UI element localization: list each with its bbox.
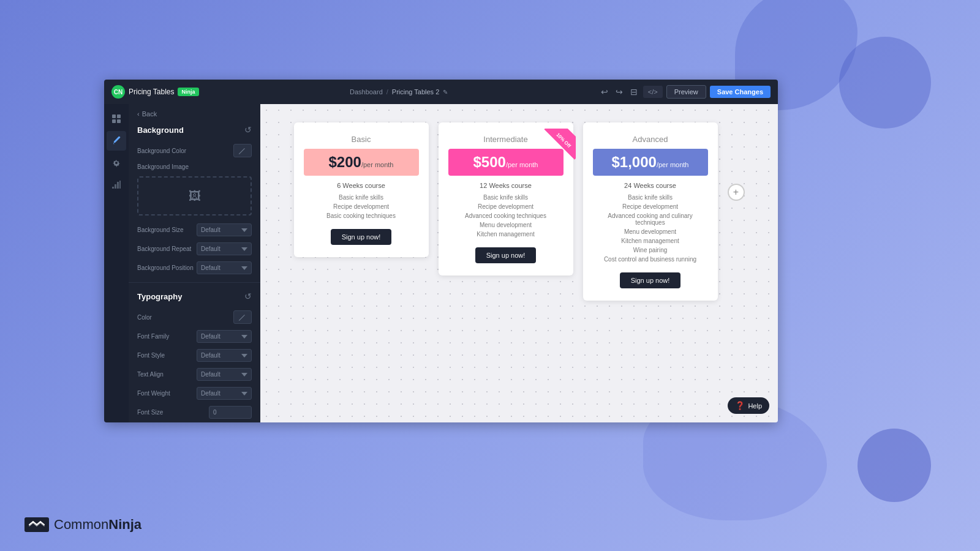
background-title: Background [137, 126, 184, 135]
bg-position-row: Background Position Default [129, 258, 260, 277]
add-column-icon: + [733, 187, 739, 198]
help-button[interactable]: ❓ Help [728, 397, 769, 414]
intermediate-course: 12 Weeks course [448, 182, 564, 189]
basic-price: $200 [329, 154, 361, 170]
advanced-card-name: Advanced [593, 135, 708, 144]
basic-features: Basic knife skills Recipe development Ba… [304, 193, 419, 220]
text-align-row: Text Align Default [129, 365, 260, 384]
pricing-card-advanced: Advanced $1,000/per month 24 Weeks cours… [583, 122, 718, 301]
basic-course: 6 Weeks course [304, 182, 419, 189]
logo-circle: CN [111, 85, 125, 99]
list-item: Basic cooking techniques [304, 211, 419, 220]
advanced-cta-button[interactable]: Sign up now! [620, 272, 681, 288]
breadcrumb-home[interactable]: Dashboard [350, 88, 383, 96]
typography-reset-icon[interactable]: ↺ [244, 291, 252, 301]
main-content: ‹ Back Background ↺ Background Color | B… [104, 104, 778, 422]
sidebar-item-settings[interactable] [107, 153, 126, 173]
basic-price-box: $200/per month [304, 149, 419, 176]
sidebar-item-brush[interactable] [107, 131, 126, 151]
typo-color-swatch[interactable]: | [233, 310, 252, 324]
basic-card-name: Basic [304, 135, 419, 144]
brand-name-light: Common [54, 517, 108, 532]
pricing-card-intermediate-wrapper: 10% Off Intermediate $500/per month 12 W… [439, 122, 573, 276]
back-arrow-icon: ‹ [137, 110, 140, 118]
svg-rect-3 [117, 119, 121, 123]
basic-cta-button[interactable]: Sign up now! [331, 229, 392, 245]
intermediate-features: Basic knife skills Recipe development Ad… [448, 193, 564, 239]
layout-icon: ⊟ [630, 87, 638, 97]
sidebar-item-chart[interactable] [107, 175, 126, 195]
bg-image-upload[interactable]: 🖼 [137, 176, 252, 216]
preview-button[interactable]: Preview [666, 85, 706, 99]
breadcrumb-separator: / [386, 88, 388, 96]
font-size-input-group [209, 406, 252, 419]
typo-color-row: Color | [129, 307, 260, 327]
breadcrumb: Dashboard / Pricing Tables 2 ✎ [204, 88, 594, 96]
brand-logo: CommonNinja [24, 517, 141, 533]
save-button[interactable]: Save Changes [710, 86, 771, 98]
app-window: CN Pricing Tables Ninja Dashboard / Pric… [104, 80, 778, 422]
back-button[interactable]: ‹ Back [129, 104, 165, 121]
redo-icon: ↪ [616, 87, 623, 97]
edit-icon[interactable]: ✎ [443, 89, 448, 96]
brand-icon [24, 517, 49, 532]
bg-repeat-label: Background Repeat [137, 246, 191, 252]
font-size-input[interactable] [209, 406, 252, 419]
add-column-button[interactable]: + [728, 184, 745, 201]
back-label: Back [142, 110, 157, 118]
advanced-features: Basic knife skills Recipe development Ad… [593, 193, 708, 264]
font-family-select[interactable]: Default [197, 330, 252, 343]
advanced-course: 24 Weeks course [593, 182, 708, 189]
bg-repeat-select[interactable]: Default [197, 242, 252, 255]
font-weight-label: Font Weight [137, 390, 170, 397]
font-style-row: Font Style Default [129, 346, 260, 365]
bottom-brand: CommonNinja [24, 517, 141, 533]
bg-repeat-row: Background Repeat Default [129, 239, 260, 258]
list-item: Basic knife skills [448, 193, 564, 202]
no-color-typo-icon: | [238, 313, 247, 321]
list-item: Menu development [448, 220, 564, 230]
font-weight-select[interactable]: Default [197, 387, 252, 400]
list-item: Cost control and business running [593, 255, 708, 264]
layout-button[interactable]: ⊟ [628, 85, 639, 99]
redo-button[interactable]: ↪ [614, 85, 625, 99]
list-item: Wine pairing [593, 246, 708, 255]
help-icon: ❓ [735, 401, 745, 410]
svg-rect-0 [112, 114, 116, 118]
font-weight-row: Font Weight Default [129, 384, 260, 403]
basic-period: /per month [361, 161, 394, 168]
background-reset-icon[interactable]: ↺ [244, 125, 252, 135]
intermediate-cta-button[interactable]: Sign up now! [475, 247, 537, 263]
brand-name: CommonNinja [54, 517, 141, 533]
font-style-select[interactable]: Default [197, 349, 252, 362]
app-title: Pricing Tables [129, 88, 174, 96]
list-item: Kitchen management [448, 230, 564, 239]
text-align-select[interactable]: Default [197, 368, 252, 381]
bg-color-label: Background Color [137, 148, 186, 154]
ribbon: 10% Off [544, 129, 576, 160]
brand-name-bold: Ninja [108, 517, 141, 532]
typography-section-header: Typography ↺ [129, 288, 260, 307]
no-color-icon: | [238, 146, 247, 155]
background-section-header: Background ↺ [129, 121, 260, 141]
bg-color-swatch[interactable]: | [233, 144, 252, 157]
pricing-card-basic: Basic $200/per month 6 Weeks course Basi… [294, 122, 429, 257]
section-divider [129, 282, 260, 283]
code-button[interactable]: </> [643, 86, 663, 98]
typo-color-label: Color [137, 314, 152, 321]
image-upload-icon: 🖼 [189, 189, 201, 203]
bg-image-label: Background Image [137, 163, 189, 170]
undo-button[interactable]: ↩ [599, 85, 610, 99]
bg-color-row: Background Color | [129, 141, 260, 160]
bg-position-select[interactable]: Default [197, 261, 252, 274]
svg-rect-1 [117, 114, 121, 118]
bg-blob-2 [839, 37, 931, 129]
topbar-actions: ↩ ↪ ⊟ </> Preview Save Changes [599, 85, 771, 99]
font-family-row: Font Family Default [129, 327, 260, 346]
svg-rect-2 [112, 119, 116, 123]
font-style-label: Font Style [137, 352, 165, 359]
icon-sidebar [104, 104, 129, 422]
sidebar-item-grid[interactable] [107, 109, 126, 129]
bg-size-select[interactable]: Default [197, 223, 252, 236]
bg-size-label: Background Size [137, 227, 184, 233]
